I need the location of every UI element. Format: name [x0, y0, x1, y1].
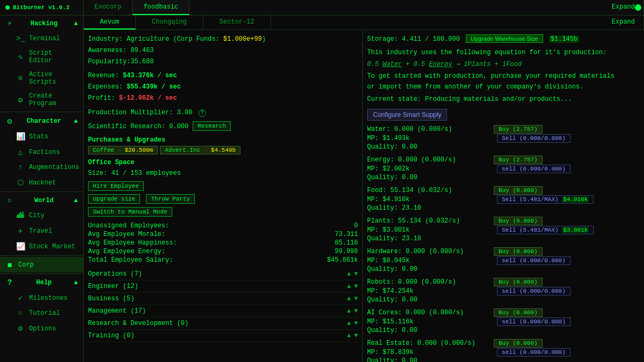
plants-buy-button[interactable]: Buy (0.000) [494, 217, 543, 225]
hire-employee-button[interactable]: Hire Employee [88, 181, 144, 191]
water-sell-button[interactable]: Sell (0.000/0.000) [497, 134, 570, 143]
sidebar-item-terminal[interactable]: >_ Terminal [0, 31, 83, 46]
sidebar-item-active-scripts[interactable]: ≡ Active Scripts [0, 68, 83, 89]
help-label: Help [36, 279, 52, 286]
job-engineer-arrows: ▲ ▼ [347, 283, 358, 290]
hardware-buy-button[interactable]: Buy (0.000) [494, 247, 543, 256]
arrow-down[interactable]: ▼ [354, 307, 358, 315]
resource-food-row2: MP: $4.910k Sell (5.481/MAX) $4.910k [367, 195, 640, 204]
arrow-down[interactable]: ▼ [354, 270, 358, 278]
create-program-label: Create Program [29, 92, 78, 107]
expenses-label: Expenses: [88, 83, 123, 91]
arrow-up[interactable]: ▲ [347, 295, 351, 302]
water-buy-button[interactable]: Buy (2.757) [494, 125, 543, 134]
upgrade-size-button[interactable]: Upgrade size [88, 194, 140, 204]
hardware-sell-button[interactable]: sell (0.000/0.000) [497, 256, 570, 265]
sidebar-item-stats[interactable]: 📊 Stats [0, 129, 83, 144]
tutorial-icon: ○ [16, 309, 25, 317]
sidebar-section-character[interactable]: ◎ Character ▲ [0, 113, 83, 129]
sidebar-item-create-program[interactable]: ⚙ Create Program [0, 89, 83, 110]
energy-sell-button[interactable]: sell (0.000/0.000) [497, 165, 570, 173]
tab-exocorp[interactable]: Exocorp [84, 0, 133, 15]
sidebar-item-corp[interactable]: ◼ Corp [0, 257, 83, 272]
re-sell-button[interactable]: sell (0.000/0.000) [497, 348, 570, 357]
research-button[interactable]: Research [193, 121, 231, 131]
robots-buy-button[interactable]: Buy (0.000) [494, 278, 543, 286]
character-icon: ◎ [5, 116, 14, 125]
sidebar-section-help[interactable]: ? Help ▲ [0, 275, 83, 290]
sidebar-item-tutorial[interactable]: ○ Tutorial [0, 306, 83, 321]
office-size: Size: 41 / 153 employees [88, 168, 358, 179]
division-sub-tabs: Aevum Chongqing Sector-12 Expand [84, 16, 644, 30]
plants-sell-highlight: $3.001k [562, 227, 589, 233]
corp-funds: $1.000e+99 [223, 35, 262, 43]
content-area: Industry: Agriculture (Corp Funds: $1.00… [84, 30, 644, 362]
office-section: Office Space Size: 41 / 153 employees Hi… [88, 159, 358, 217]
arrow-up[interactable]: ▲ [347, 307, 351, 315]
advert-item[interactable]: Advert.Inc – $4.549b [160, 146, 240, 154]
unassigned-row: Unassigned Employees: 0 [88, 222, 358, 230]
unassigned-value: 0 [354, 222, 358, 230]
prod-mult-help[interactable]: ? [199, 109, 206, 117]
plants-sell-button[interactable]: Sell (5.481/MAX) $3.001k [497, 226, 594, 234]
arrow-down[interactable]: ▼ [354, 332, 358, 339]
upgrade-cost: $1.145b [549, 35, 579, 43]
arrow-down[interactable]: ▼ [354, 320, 358, 327]
food-buy-button[interactable]: Buy (0.000) [494, 186, 543, 195]
upgrade-warehouse-button[interactable]: Upgrade Warehouse Size [466, 34, 543, 43]
tab-aevum[interactable]: Aevum [84, 16, 136, 29]
sidebar-item-hacknet[interactable]: ⬡ Hacknet [0, 175, 83, 190]
salary-row: Total Employee Salary: $45.861k [88, 256, 358, 264]
sidebar-item-factions[interactable]: △ Factions [0, 144, 83, 160]
arrow-down[interactable]: ▼ [354, 295, 358, 302]
resource-robots: Robots: 0.000 (0.000/s) Buy (0.000) MP: … [367, 277, 640, 305]
configure-smart-supply-button[interactable]: Configure Smart Supply [367, 109, 447, 121]
sidebar-item-stock-market[interactable]: 📈 Stock Market [0, 239, 83, 254]
job-engineer-label: Engineer (12) [88, 283, 138, 290]
ai-buy-button[interactable]: Buy (0.000) [494, 308, 543, 317]
robots-sell-button[interactable]: sell (0.000/0.000) [497, 287, 570, 295]
sidebar-item-options[interactable]: ⚙ Options [0, 321, 83, 336]
throw-party-button[interactable]: Throw Party [146, 194, 195, 204]
coffee-item[interactable]: Coffee – $20.500m [88, 146, 158, 154]
hacknet-icon: ⬡ [16, 178, 25, 187]
arrow-down[interactable]: ▼ [354, 283, 358, 290]
arrow-up[interactable]: ▲ [347, 332, 351, 339]
city-icon: 🏙 [16, 211, 25, 220]
arrow-up[interactable]: ▲ [347, 283, 351, 290]
energy-buy-button[interactable]: Buy (2.757) [494, 156, 543, 164]
corp-icon: ◼ [5, 260, 14, 269]
sidebar-item-travel[interactable]: ✈ Travel [0, 223, 83, 239]
re-quality: Quality: 0.00 [367, 357, 418, 362]
robots-mp: MP: $74.254k [367, 287, 442, 295]
sidebar-item-augmentations[interactable]: ↑ Augmentations [0, 160, 83, 175]
character-label: Character [26, 117, 61, 125]
energy-label: Avg Employee Energy: [88, 248, 165, 255]
sidebar-section-world[interactable]: ○ World ▲ [0, 193, 83, 208]
re-buy-button[interactable]: Buy (0.000) [494, 339, 543, 348]
food-sell-button[interactable]: Sell (5.481/MAX) $4.910k [497, 195, 594, 204]
sidebar-item-milestones[interactable]: ✓ Milestones [0, 290, 83, 306]
tab-foodbasic[interactable]: foodbasic [133, 0, 189, 15]
travel-icon: ✈ [16, 226, 25, 235]
status-indicator [635, 4, 641, 11]
sidebar-item-city[interactable]: 🏙 City [0, 208, 83, 223]
arrow-up[interactable]: ▲ [347, 270, 351, 278]
sidebar-item-script-editor[interactable]: ✎ Script Editor [0, 46, 83, 68]
expand-sub-btn[interactable]: Expand [603, 16, 644, 29]
options-icon: ⚙ [16, 324, 25, 333]
revenue-value: $43.376k / sec [123, 72, 177, 79]
resource-ai-row1: AI Cores: 0.000 (0.000/s) Buy (0.000) [367, 308, 640, 317]
hacking-chevron: ▲ [74, 20, 78, 27]
job-training: Training (0) ▲ ▼ [88, 330, 358, 342]
app-header: Bitburner v1.0.2 [0, 0, 83, 16]
sidebar-section-hacking[interactable]: ⚡ Hacking ▲ [0, 16, 83, 31]
plants-quality: Quality: 23.10 [367, 235, 421, 242]
tab-sector12[interactable]: Sector-12 [203, 16, 271, 29]
arrow-up[interactable]: ▲ [347, 320, 351, 327]
help-chevron: ▲ [74, 279, 78, 286]
tab-chongqing[interactable]: Chongqing [136, 16, 203, 29]
switch-mode-button[interactable]: Switch to Manual Mode [88, 207, 172, 217]
ai-sell-button[interactable]: sell (0.000/0.000) [497, 317, 570, 326]
divider-4 [0, 274, 83, 274]
